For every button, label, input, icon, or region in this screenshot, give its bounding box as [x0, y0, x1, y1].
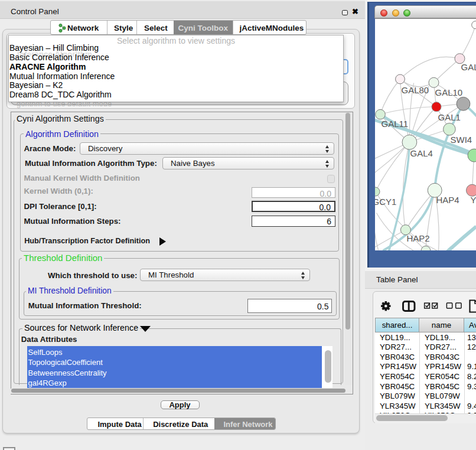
svg-text:SWI4: SWI4 [450, 134, 472, 144]
svg-text:GAL1: GAL1 [438, 112, 460, 122]
svg-text:HAP2: HAP2 [406, 233, 429, 243]
svg-text:GAL80: GAL80 [401, 84, 429, 94]
svg-text:GAL10: GAL10 [435, 87, 462, 97]
svg-text:GAL7: GAL7 [461, 61, 476, 71]
svg-text:YJ: YJ [470, 194, 476, 204]
svg-text:GAL4: GAL4 [410, 148, 432, 158]
svg-text:HAP4: HAP4 [436, 195, 459, 205]
svg-text:GAL11: GAL11 [381, 118, 408, 128]
svg-text:GCY1: GCY1 [375, 196, 396, 206]
